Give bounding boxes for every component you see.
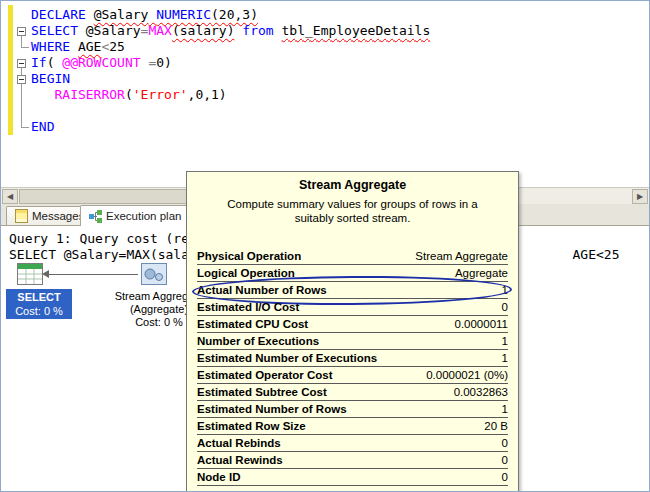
code-token: tbl_EmployeeDetails (282, 23, 431, 38)
tooltip-row: Estimated Operator Cost0.0000021 (0%) (197, 367, 508, 384)
tooltip-row-label: Physical Operation (197, 249, 301, 264)
tab-execution-plan-label: Execution plan (106, 210, 181, 222)
tooltip-row: Number of Executions1 (197, 333, 508, 350)
tooltip-row-label: Estimated Number of Executions (197, 351, 377, 366)
code-token: WHERE (31, 39, 70, 54)
tooltip-row-value: 0.0000021 (0%) (426, 368, 508, 383)
code-token: @Salary (94, 7, 149, 22)
tooltip-row-label: Estimated I/O Cost (197, 300, 299, 315)
code-token: ,0,1) (188, 87, 227, 102)
code-token: NUMERIC (156, 7, 211, 22)
fold-guide-line (21, 36, 22, 47)
code-token: MAX (148, 23, 171, 38)
tooltip-row-value: 0 (502, 470, 508, 485)
code-line[interactable]: END (31, 119, 430, 135)
code-token (70, 39, 78, 54)
code-token: SELECT (31, 23, 78, 38)
select-operator-name: SELECT (6, 290, 72, 304)
code-token (31, 87, 54, 102)
code-token (274, 23, 282, 38)
tab-execution-plan[interactable]: Execution plan (80, 205, 190, 226)
code-line[interactable]: If( @@ROWCOUNT =0) (31, 55, 430, 71)
scroll-left-arrow-icon[interactable]: ◀ (2, 189, 18, 204)
fold-toggle-icon[interactable] (17, 27, 26, 36)
code-line[interactable]: DECLARE @Salary NUMERIC(20,3) (31, 7, 430, 23)
tooltip-row: Estimated CPU Cost0.0000011 (197, 316, 508, 333)
tooltip-row-value: Stream Aggregate (415, 249, 508, 264)
code-token: ( (125, 87, 133, 102)
sql-editor[interactable]: DECLARE @Salary NUMERIC(20,3)SELECT @Sal… (1, 1, 649, 187)
code-line[interactable]: RAISERROR('Error',0,1) (31, 87, 430, 103)
tooltip-stream-aggregate: Stream Aggregate Compute summary values … (186, 171, 519, 492)
tooltip-row: Actual Number of Rows1 (197, 282, 508, 299)
plan-arrow-head-icon (42, 270, 49, 278)
code-token (86, 7, 94, 22)
plan-arrow[interactable] (48, 274, 138, 275)
code-line[interactable]: WHERE AGE<25 (31, 39, 430, 55)
code-token: AGE (78, 39, 101, 54)
change-tracking-bar (8, 5, 13, 135)
code-token: BEGIN (31, 71, 70, 86)
tooltip-row: Actual Rebinds0 (197, 435, 508, 452)
ssms-window: DECLARE @Salary NUMERIC(20,3)SELECT @Sal… (0, 0, 650, 492)
code-token: (20,3) (211, 7, 258, 22)
code-token: (salary) (172, 23, 235, 38)
code-token: If (31, 55, 47, 70)
tooltip-row-value: 0.0000011 (454, 317, 508, 332)
messages-icon (15, 209, 28, 223)
tooltip-row-value: 0.0032863 (454, 385, 508, 400)
code-token: @@ROWCOUNT (62, 55, 140, 70)
tooltip-row-value: 1 (502, 334, 508, 349)
code-line[interactable] (31, 103, 430, 119)
select-operator-icon[interactable] (17, 263, 43, 289)
stream-aggregate-operator-icon[interactable] (141, 263, 167, 289)
tooltip-row-label: Number of Executions (197, 334, 319, 349)
tooltip-row-label: Estimated CPU Cost (197, 317, 308, 332)
tooltip-row-label: Logical Operation (197, 266, 295, 281)
tooltip-title: Stream Aggregate (197, 178, 508, 193)
tooltip-row: Logical OperationAggregate (197, 265, 508, 282)
tooltip-row-label: Node ID (197, 470, 240, 485)
tab-messages-label: Messages (32, 210, 84, 222)
select-operator-cost: Cost: 0 % (6, 304, 72, 318)
tooltip-row: Estimated Subtree Cost0.0032863 (197, 384, 508, 401)
tooltip-row-label: Actual Rewinds (197, 453, 283, 468)
fold-guide-line (21, 127, 29, 128)
tooltip-row-label: Estimated Number of Rows (197, 402, 347, 417)
fold-guide-line (21, 47, 29, 48)
fold-toggle-icon[interactable] (17, 59, 26, 68)
tooltip-row-label: Actual Rebinds (197, 436, 281, 451)
tooltip-rows: Physical OperationStream AggregateLogica… (197, 248, 508, 486)
fold-guide-line (21, 84, 22, 127)
tooltip-row-label: Estimated Row Size (197, 419, 306, 434)
code-token: DECLARE (31, 7, 86, 22)
tooltip-row-value: 0 (502, 436, 508, 451)
code-line[interactable]: BEGIN (31, 71, 430, 87)
select-operator-selected-label[interactable]: SELECT Cost: 0 % (6, 289, 72, 319)
code-token: 0) (156, 55, 172, 70)
tooltip-row-value: 1 (502, 351, 508, 366)
tooltip-row: Actual Rewinds0 (197, 452, 508, 469)
code-token: ( (47, 55, 63, 70)
tooltip-row-value: Aggregate (455, 266, 508, 281)
code-token: RAISERROR (54, 87, 124, 102)
tooltip-row: Estimated Row Size20 B (197, 418, 508, 435)
code-line[interactable]: SELECT @Salary=MAX(salary) from tbl_Empl… (31, 23, 430, 39)
editor-code: DECLARE @Salary NUMERIC(20,3)SELECT @Sal… (31, 7, 430, 135)
tooltip-row-label: Actual Number of Rows (197, 283, 327, 298)
fold-toggle-icon[interactable] (17, 75, 26, 84)
tooltip-row-label: Estimated Operator Cost (197, 368, 332, 383)
tooltip-row-value: 1 (502, 283, 508, 298)
tooltip-row: Node ID0 (197, 469, 508, 486)
tooltip-row: Physical OperationStream Aggregate (197, 248, 508, 265)
code-token: 'Error' (133, 87, 188, 102)
code-token: 25 (109, 39, 125, 54)
tooltip-row: Estimated Number of Executions1 (197, 350, 508, 367)
tooltip-row-value: 0 (502, 300, 508, 315)
tooltip-row-value: 1 (502, 402, 508, 417)
tooltip-row: Estimated Number of Rows1 (197, 401, 508, 418)
scroll-right-arrow-icon[interactable]: ▶ (632, 189, 648, 204)
fold-guide-line (21, 68, 22, 75)
tooltip-description: Compute summary values for groups of row… (217, 197, 489, 225)
code-token: from (242, 23, 273, 38)
